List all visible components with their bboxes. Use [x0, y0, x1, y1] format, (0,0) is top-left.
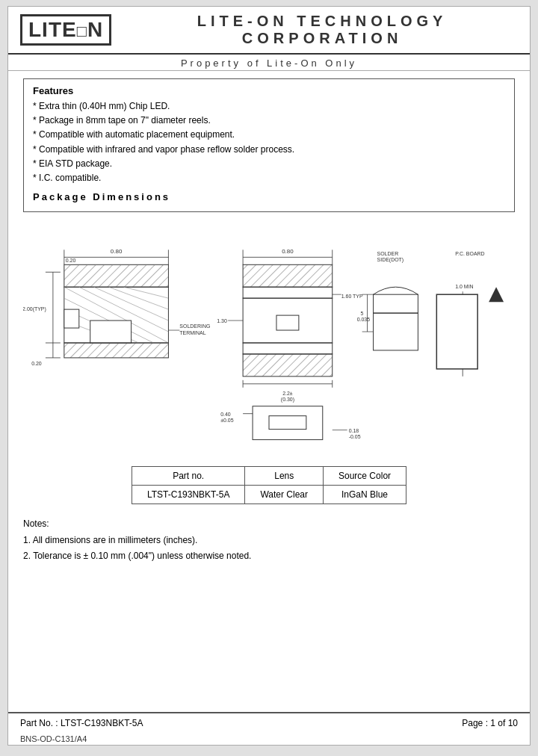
svg-rect-43 [243, 343, 333, 354]
logo: LITE□N [20, 14, 111, 46]
svg-line-15 [94, 287, 169, 320]
cell-color: InGaN Blue [324, 486, 406, 504]
svg-text:0.80: 0.80 [111, 248, 123, 255]
notes-section: Notes: 1. All dimensions are in millimet… [23, 516, 515, 565]
col-header-lens: Lens [245, 467, 324, 486]
svg-rect-39 [243, 298, 333, 343]
svg-text:(0.30): (0.30) [281, 397, 294, 403]
feature-item: I.C. compatible. [33, 171, 505, 185]
cell-lens: Water Clear [245, 486, 324, 504]
svg-text:TERMINAL: TERMINAL [179, 330, 205, 335]
svg-text:0.20: 0.20 [66, 258, 76, 263]
svg-text:0.035: 0.035 [357, 317, 371, 322]
svg-text:SIDE(DOT): SIDE(DOT) [377, 257, 404, 263]
svg-text:0.40: 0.40 [220, 412, 231, 417]
svg-marker-71 [489, 287, 504, 302]
table-section: Part no. Lens Source Color LTST-C193NBKT… [23, 466, 515, 504]
svg-rect-65 [374, 313, 418, 350]
features-section: Features Extra thin (0.40H mm) Chip LED.… [23, 78, 515, 212]
footer-part-number: Part No. : LTST-C193NBKT-5A [20, 718, 143, 728]
svg-text:0.80: 0.80 [282, 248, 294, 255]
doc-ref: BNS-OD-C131/A4 [8, 733, 530, 745]
svg-rect-44 [243, 354, 333, 377]
table-row: LTST-C193NBKT-5A Water Clear InGaN Blue [132, 486, 406, 504]
svg-rect-36 [243, 287, 333, 298]
svg-rect-21 [90, 320, 132, 343]
svg-line-16 [109, 287, 169, 309]
svg-rect-10 [64, 264, 169, 287]
note-item-2: 2. Tolerance is ± 0.10 mm (.004") unless… [23, 548, 515, 565]
notes-title: Notes: [23, 516, 515, 533]
package-title: Package Dimensions [33, 191, 505, 202]
svg-text:1.0 MIN: 1.0 MIN [455, 284, 473, 289]
content: Features Extra thin (0.40H mm) Chip LED.… [8, 71, 530, 712]
svg-rect-50 [253, 406, 323, 440]
feature-item: Package in 8mm tape on 7" diameter reels… [33, 114, 505, 128]
feature-item: Extra thin (0.40H mm) Chip LED. [33, 99, 505, 114]
footer: Part No. : LTST-C193NBKT-5A Page : 1 of … [8, 712, 530, 733]
svg-text:5: 5 [361, 311, 364, 316]
svg-rect-22 [64, 309, 79, 328]
svg-text:SOLDER: SOLDER [377, 251, 399, 256]
diagram-area: 0.80 2.00(TYP) [23, 220, 515, 459]
feature-item: Compatible with infrared and vapor phase… [33, 143, 505, 157]
subheader: Property of Lite-On Only [8, 55, 530, 71]
svg-line-17 [124, 287, 169, 298]
svg-text:SOLDERING: SOLDERING [179, 323, 210, 329]
svg-text:P.C. BOARD: P.C. BOARD [455, 251, 484, 256]
svg-text:0.18: 0.18 [349, 428, 359, 433]
svg-text:-0.05: -0.05 [349, 434, 361, 439]
svg-rect-63 [436, 294, 477, 369]
svg-text:1.30: 1.30 [217, 318, 227, 323]
svg-rect-64 [374, 294, 418, 313]
svg-text:±0.05: ±0.05 [220, 418, 234, 423]
col-header-color: Source Color [324, 467, 406, 486]
spec-table: Part no. Lens Source Color LTST-C193NBKT… [132, 466, 406, 504]
svg-text:0.20: 0.20 [31, 361, 42, 366]
note-item-1: 1. All dimensions are in millimeters (in… [23, 533, 515, 549]
svg-rect-35 [243, 264, 333, 287]
svg-rect-40 [276, 315, 299, 330]
header-title: LITE-ON TECHNOLOGY CORPORATION [126, 13, 518, 47]
svg-text:2.00(TYP): 2.00(TYP) [23, 306, 46, 312]
header: LITE□N LITE-ON TECHNOLOGY CORPORATION [8, 7, 530, 55]
cell-partno: LTST-C193NBKT-5A [132, 486, 244, 504]
diagram-svg: 0.80 2.00(TYP) [23, 220, 515, 459]
feature-item: EIA STD package. [33, 157, 505, 171]
features-title: Features [33, 85, 505, 96]
features-list: Extra thin (0.40H mm) Chip LED. Package … [33, 99, 505, 185]
svg-text:1.60 TYP: 1.60 TYP [341, 294, 363, 299]
svg-text:2.2±: 2.2± [282, 391, 293, 396]
page: LITE□N LITE-ON TECHNOLOGY CORPORATION Pr… [7, 6, 531, 746]
feature-item: Compatible with automatic placement equi… [33, 128, 505, 142]
footer-page-info: Page : 1 of 10 [462, 718, 518, 728]
svg-rect-51 [269, 416, 306, 430]
svg-rect-23 [64, 343, 169, 358]
col-header-partno: Part no. [132, 467, 244, 486]
